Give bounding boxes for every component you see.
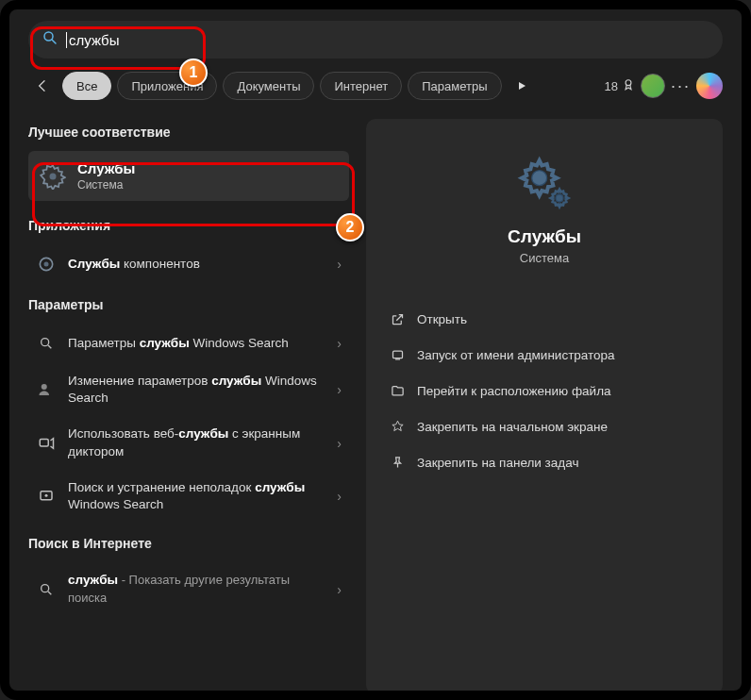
search-bar[interactable] [28,21,723,58]
svg-point-6 [42,339,49,346]
list-item-label: Изменение параметров службы Windows Sear… [68,373,325,407]
results-list: Лучшее соответствие Службы Система Прило… [28,119,349,694]
copilot-icon[interactable] [696,73,723,99]
search-icon [36,579,57,600]
gear-icon [514,153,575,213]
troubleshoot-icon [36,486,57,507]
list-item-label: Поиск и устранение неполадок службы Wind… [68,479,325,513]
svg-point-0 [44,32,53,41]
filter-row: Все Приложения Документы Интернет Параме… [28,72,723,100]
chevron-right-icon: › [337,382,342,397]
svg-point-15 [556,194,563,202]
list-item[interactable]: Параметры службы Windows Search › [28,324,349,363]
user-settings-icon [36,379,57,400]
action-pin-start[interactable]: Закрепить на начальном экране [383,410,706,442]
best-match-result[interactable]: Службы Система [28,151,349,201]
svg-rect-9 [40,439,48,446]
action-label: Закрепить на начальном экране [417,420,608,434]
section-best-match: Лучшее соответствие [28,125,349,140]
svg-point-3 [50,173,57,179]
action-pin-taskbar[interactable]: Закрепить на панели задач [383,446,706,478]
narrator-icon [36,433,57,454]
filter-docs[interactable]: Документы [223,72,314,100]
chevron-right-icon: › [337,336,342,351]
svg-point-8 [42,384,47,390]
back-button[interactable] [28,72,57,100]
list-item-label: Службы компонентов [68,256,325,273]
medal-icon [622,78,635,94]
svg-line-1 [52,40,56,43]
component-services-icon [36,254,57,275]
svg-line-13 [48,592,51,594]
preview-title: Службы [383,226,706,247]
section-web: Поиск в Интернете [28,536,349,551]
best-match-title: Службы [77,160,135,176]
list-item-label: Использовать веб-службы с экранным дикто… [68,425,325,459]
list-item[interactable]: Службы компонентов › [28,244,349,284]
svg-point-11 [45,494,48,497]
svg-point-14 [532,171,547,186]
chevron-right-icon: › [337,489,342,504]
search-icon [36,333,57,354]
action-file-location[interactable]: Перейти к расположению файла [383,375,706,407]
user-avatar[interactable] [641,74,665,98]
gear-icon [40,163,66,190]
svg-point-12 [42,584,49,592]
pin-icon [389,454,406,471]
section-apps: Приложения [28,218,349,233]
chevron-right-icon: › [337,436,342,451]
list-item[interactable]: Изменение параметров службы Windows Sear… [28,363,349,416]
list-item[interactable]: службы - Показать другие результаты поис… [28,562,349,615]
svg-rect-16 [392,351,402,358]
preview-subtitle: Система [383,251,706,265]
svg-point-5 [44,262,49,267]
action-open[interactable]: Открыть [383,303,706,335]
action-label: Перейти к расположению файла [417,384,611,398]
action-label: Запуск от имени администратора [417,348,615,362]
filter-apps[interactable]: Приложения [117,72,217,100]
action-label: Закрепить на панели задач [417,456,578,470]
best-match-subtitle: Система [77,178,135,192]
filter-all[interactable]: Все [62,72,111,100]
chevron-right-icon: › [337,257,342,272]
section-settings: Параметры [28,297,349,312]
svg-point-2 [626,79,631,85]
filter-settings[interactable]: Параметры [408,72,501,100]
rewards-points[interactable]: 18 [605,78,635,94]
action-run-admin[interactable]: Запуск от имени администратора [383,339,706,371]
svg-line-7 [48,345,51,348]
chevron-right-icon: › [337,582,342,597]
play-button[interactable] [508,72,536,100]
folder-icon [389,382,406,399]
open-icon [389,310,406,327]
list-item[interactable]: Поиск и устранение неполадок службы Wind… [28,470,349,523]
more-button[interactable]: ··· [671,76,691,96]
list-item-label: Параметры службы Windows Search [68,335,325,352]
preview-panel: Службы Система Открыть Запуск от имени а… [366,119,723,694]
admin-icon [389,346,406,363]
list-item-label: службы - Показать другие результаты поис… [68,572,325,606]
filter-web[interactable]: Интернет [320,72,402,100]
search-input[interactable] [66,32,709,48]
search-icon [42,29,58,50]
pin-icon [389,418,406,435]
action-label: Открыть [417,312,467,326]
list-item[interactable]: Использовать веб-службы с экранным дикто… [28,416,349,469]
